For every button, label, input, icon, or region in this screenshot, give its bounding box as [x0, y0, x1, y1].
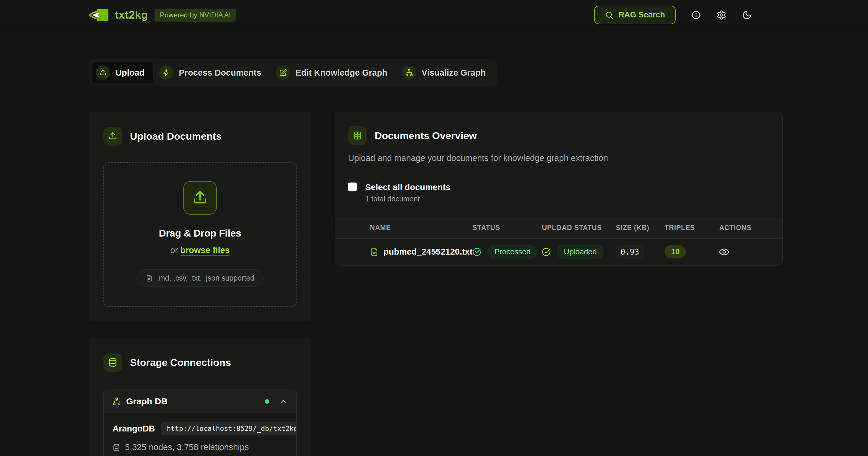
column-header-triples: TRIPLES	[664, 224, 719, 232]
header-actions: RAG Search	[594, 6, 779, 24]
table-icon	[348, 126, 367, 145]
graph-icon	[402, 66, 416, 80]
documents-overview-card: Documents Overview Upload and manage you…	[335, 111, 783, 265]
app-title: txt2kg	[115, 9, 148, 21]
file-icon	[146, 275, 153, 282]
settings-button[interactable]	[716, 10, 726, 20]
file-dropzone[interactable]: Drag & Drop Files or browse files .m	[103, 162, 297, 307]
database-icon	[113, 444, 120, 451]
tab-edit-knowledge-graph[interactable]: Edit Knowledge Graph	[272, 62, 396, 83]
graph-db-provider: ArangoDB	[113, 424, 155, 433]
file-name: pubmed_24552120.txt	[383, 247, 472, 257]
info-button[interactable]	[691, 10, 701, 20]
triples-badge: 10	[664, 245, 686, 258]
database-icon	[103, 353, 122, 372]
tab-edit-knowledge-graph-label: Edit Knowledge Graph	[296, 68, 387, 78]
top-header: txt2kg Powered by NVIDIA AI RAG Search	[0, 0, 868, 30]
app-screen: txt2kg Powered by NVIDIA AI RAG Search	[0, 0, 868, 456]
graph-db-status-dot	[265, 399, 269, 404]
total-documents-label: 1 total document	[365, 195, 451, 203]
storage-connections-card: Storage Connections	[89, 338, 311, 456]
dropzone-subtext: or browse files	[110, 246, 290, 255]
graph-db-section-toggle[interactable]: Graph DB	[104, 390, 296, 413]
eye-icon	[719, 247, 729, 257]
rag-search-label: RAG Search	[618, 10, 665, 20]
documents-card-title: Documents Overview	[375, 130, 477, 141]
view-document-button[interactable]	[719, 247, 729, 257]
graph-db-url: http://localhost:8529/_db/txt2kg	[161, 422, 297, 435]
tab-bar: Upload Process Documents Edit Knowled	[89, 59, 498, 86]
file-icon	[370, 248, 379, 256]
tab-visualize-graph-label: Visualize Graph	[422, 68, 486, 78]
dropzone-title: Drag & Drop Files	[110, 228, 290, 239]
upload-icon	[183, 181, 217, 215]
or-text: or	[170, 246, 178, 255]
storage-card-title: Storage Connections	[130, 357, 231, 368]
status-badge: Processed	[487, 245, 538, 259]
tab-upload-label: Upload	[116, 68, 145, 78]
upload-icon	[96, 66, 110, 80]
graph-db-stats-text: 5,325 nodes, 3,758 relationships	[125, 443, 249, 452]
tab-process-documents-label: Process Documents	[179, 68, 261, 78]
size-value: 0.93	[616, 245, 644, 259]
column-header-upload-status: UPLOAD STATUS	[542, 224, 616, 232]
upload-icon	[103, 127, 122, 145]
graph-db-label: Graph DB	[126, 396, 167, 406]
supported-formats-pill: .md, .csv, .txt, .json supported	[136, 269, 264, 287]
search-icon	[605, 11, 614, 20]
select-all-checkbox[interactable]	[348, 183, 357, 191]
upload-status-badge: Uploaded	[557, 245, 603, 259]
table-row: pubmed_24552120.txt Processed	[335, 239, 782, 265]
upload-card-title: Upload Documents	[130, 131, 222, 142]
check-circle-icon	[542, 248, 551, 256]
info-icon	[691, 10, 701, 20]
select-all-label: Select all documents	[365, 183, 451, 192]
rag-search-button[interactable]: RAG Search	[594, 6, 676, 24]
tab-process-documents[interactable]: Process Documents	[155, 62, 270, 83]
tab-upload[interactable]: Upload	[92, 62, 153, 83]
powered-by-badge: Powered by NVIDIA AI	[155, 8, 236, 22]
graph-icon	[113, 397, 121, 405]
graph-db-stats: 5,325 nodes, 3,758 relationships	[113, 443, 287, 452]
upload-documents-card: Upload Documents Drag & Drop Files or br…	[89, 111, 311, 321]
column-header-status: STATUS	[472, 224, 542, 232]
lightning-icon	[159, 66, 174, 80]
theme-toggle-button[interactable]	[742, 10, 752, 20]
moon-icon	[742, 10, 752, 20]
brand: txt2kg Powered by NVIDIA AI	[89, 8, 236, 22]
browse-files-link[interactable]: browse files	[180, 246, 230, 255]
supported-formats-label: .md, .csv, .txt, .json supported	[157, 274, 254, 282]
column-header-size: SIZE (KB)	[616, 224, 664, 232]
chevron-up-icon[interactable]	[279, 397, 287, 405]
db-connections-panel: Graph DB	[103, 390, 297, 456]
column-header-actions: ACTIONS	[719, 224, 769, 232]
graph-db-details: ArangoDB http://localhost:8529/_db/txt2k…	[104, 413, 296, 456]
table-header-row: NAME STATUS UPLOAD STATUS SIZE (KB) TRIP…	[335, 217, 782, 239]
column-header-name: NAME	[370, 224, 472, 232]
nvidia-logo-icon	[89, 8, 108, 22]
documents-card-subtitle: Upload and manage your documents for kno…	[348, 153, 769, 163]
tab-visualize-graph[interactable]: Visualize Graph	[398, 62, 495, 83]
gear-icon	[716, 10, 726, 20]
edit-icon	[276, 66, 290, 80]
check-circle-icon	[472, 248, 481, 256]
documents-table: NAME STATUS UPLOAD STATUS SIZE (KB) TRIP…	[335, 217, 782, 265]
select-all-row: Select all documents 1 total document	[335, 183, 782, 203]
